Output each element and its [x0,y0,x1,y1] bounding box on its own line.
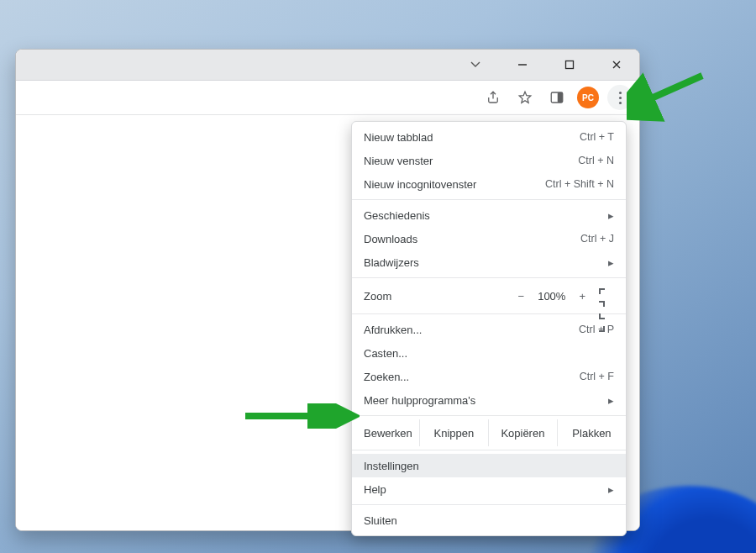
edit-cut-button[interactable]: Knippen [419,419,488,446]
menu-label: Zoeken... [364,371,409,383]
zoom-percent: 100% [538,290,565,303]
menu-item-settings[interactable]: Instellingen [352,454,626,477]
svg-line-4 [642,76,702,103]
menu-separator [352,504,626,505]
svg-rect-3 [558,92,563,103]
menu-label: Downloads [364,233,417,245]
menu-item-new-tab[interactable]: Nieuw tabblad Ctrl + T [352,125,626,149]
menu-item-cast[interactable]: Casten... [352,341,626,365]
window-titlebar [16,50,639,81]
menu-label: Sluiten [364,514,397,527]
chrome-main-menu: Nieuw tabblad Ctrl + T Nieuw venster Ctr… [351,121,627,536]
bookmark-star-icon[interactable] [513,86,537,109]
menu-item-find[interactable]: Zoeken... Ctrl + F [352,365,626,388]
edit-copy-button[interactable]: Kopiëren [488,419,557,446]
menu-item-new-incognito[interactable]: Nieuw incognitovenster Ctrl + Shift + N [352,172,626,196]
menu-label: Help [364,483,386,496]
zoom-in-button[interactable]: + [579,290,585,303]
edit-label: Bewerken [352,427,419,440]
menu-item-exit[interactable]: Sluiten [352,508,626,532]
avatar-initials: PC [582,93,594,103]
menu-separator [352,199,626,200]
browser-toolbar: PC [16,81,639,115]
menu-label: Casten... [364,347,407,360]
menu-label: Bladwijzers [364,256,419,269]
close-window-button[interactable] [599,53,634,76]
zoom-out-button[interactable]: − [518,290,525,303]
svg-rect-1 [566,61,574,69]
menu-label: Geschiedenis [364,209,430,222]
menu-item-history[interactable]: Geschiedenis ▸ [352,203,626,227]
menu-label: Nieuw tabblad [364,131,433,144]
menu-shortcut: Ctrl + J [580,233,614,245]
menu-shortcut: Ctrl + T [580,131,614,143]
menu-item-more-tools[interactable]: Meer hulpprogramma's ▸ [352,388,626,412]
profile-avatar[interactable]: PC [577,87,599,108]
menu-separator [352,277,626,278]
menu-shortcut: Ctrl + N [578,155,614,166]
more-menu-button[interactable] [607,85,633,110]
edit-paste-button[interactable]: Plakken [557,419,626,446]
menu-item-downloads[interactable]: Downloads Ctrl + J [352,227,626,250]
menu-label: Instellingen [364,460,419,472]
menu-shortcut: Ctrl + Shift + N [545,178,614,190]
share-icon[interactable] [481,86,505,109]
vertical-dots-icon [619,92,622,104]
desktop-background: PC Nieuw tabblad Ctrl + T Nieuw venster … [0,0,756,553]
side-panel-icon[interactable] [545,86,569,109]
menu-separator [352,450,626,450]
menu-item-new-window[interactable]: Nieuw venster Ctrl + N [352,149,626,172]
menu-item-bookmarks[interactable]: Bladwijzers ▸ [352,250,626,274]
menu-label: Nieuw incognitovenster [364,178,476,191]
submenu-arrow-icon: ▸ [608,209,614,222]
maximize-button[interactable] [552,53,587,76]
zoom-label: Zoom [364,290,391,303]
tab-search-chevron[interactable] [463,53,488,76]
menu-edit-row: Bewerken Knippen Kopiëren Plakken [352,419,626,446]
menu-zoom-row: Zoom − 100% + [352,282,626,310]
menu-shortcut: Ctrl + P [579,324,614,335]
menu-item-help[interactable]: Help ▸ [352,477,626,501]
menu-separator [352,313,626,314]
menu-item-print[interactable]: Afdrukken... Ctrl + P [352,318,626,341]
minimize-button[interactable] [505,53,540,76]
submenu-arrow-icon: ▸ [608,394,614,407]
submenu-arrow-icon: ▸ [608,483,614,496]
submenu-arrow-icon: ▸ [608,256,614,269]
menu-label: Afdrukken... [364,324,422,336]
menu-label: Meer hulpprogramma's [364,394,475,407]
menu-label: Nieuw venster [364,155,433,167]
menu-separator [352,415,626,416]
fullscreen-icon[interactable] [599,288,614,303]
menu-shortcut: Ctrl + F [580,371,614,382]
